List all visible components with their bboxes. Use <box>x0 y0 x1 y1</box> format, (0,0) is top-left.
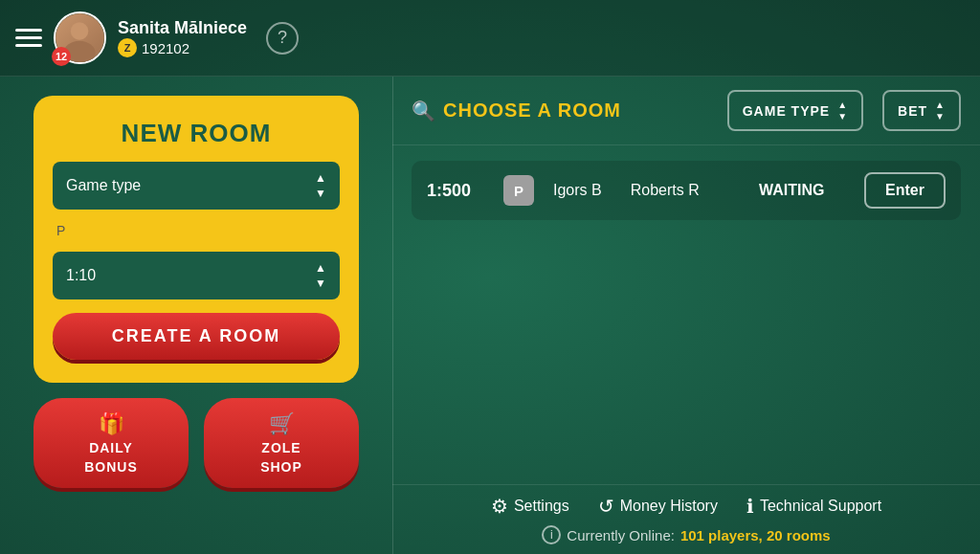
search-icon: 🔍 <box>412 100 435 122</box>
left-panel: NEW ROOM Game type ▲▼ P 1:10 ▲▼ CREATE A… <box>0 77 392 554</box>
search-section: 🔍 CHOOSE A ROOM <box>412 100 708 122</box>
room-type-badge: P <box>503 175 534 206</box>
avatar-container: 12 <box>54 11 106 64</box>
game-type-dropdown[interactable]: GAME TYPE ▲▼ <box>727 90 863 131</box>
menu-button[interactable] <box>15 29 42 47</box>
bet-label: 1:10 <box>66 267 96 284</box>
coin-count: 192102 <box>142 40 189 56</box>
help-button[interactable]: ? <box>266 22 299 55</box>
user-name: Sanita Mālniece <box>118 18 247 38</box>
bet-dropdown-arrows: ▲▼ <box>935 100 946 122</box>
tech-support-label: Technical Support <box>760 498 881 515</box>
game-type-dropdown-arrows: ▲▼ <box>837 100 848 122</box>
create-room-button[interactable]: CREATE A ROOM <box>53 313 340 360</box>
bet-dropdown[interactable]: BET ▲▼ <box>882 90 961 131</box>
online-count: 101 players, 20 rooms <box>680 527 831 543</box>
room-players: Igors B Roberts R <box>553 182 740 199</box>
level-badge: 12 <box>52 47 71 66</box>
room-status: WAITING <box>759 182 845 199</box>
user-info: Sanita Mālniece Z 192102 <box>118 18 247 57</box>
info-icon: i <box>542 525 561 544</box>
user-coins: Z 192102 <box>118 38 247 57</box>
footer: ⚙ Settings ↺ Money History ℹ Technical S… <box>392 484 980 554</box>
table-row: 1:500 P Igors B Roberts R WAITING Enter <box>412 161 961 220</box>
zole-shop-line2: SHOP <box>260 459 302 475</box>
header: 12 Sanita Mālniece Z 192102 ? <box>0 0 980 77</box>
tech-support-link[interactable]: ℹ Technical Support <box>746 495 881 518</box>
game-type-dropdown-label: GAME TYPE <box>743 103 830 119</box>
money-history-label: Money History <box>620 498 718 515</box>
money-history-icon: ↺ <box>598 495 614 518</box>
zole-shop-line1: ZOLE <box>261 440 301 455</box>
daily-bonus-line1: DAILY <box>89 440 133 455</box>
zole-shop-button[interactable]: 🛒 ZOLE SHOP <box>204 398 359 488</box>
settings-link[interactable]: ⚙ Settings <box>491 495 569 518</box>
new-room-title: NEW ROOM <box>122 119 272 148</box>
online-prefix: Currently Online: <box>567 527 675 543</box>
room-bet: 1:500 <box>427 181 484 201</box>
room-header: 🔍 CHOOSE A ROOM GAME TYPE ▲▼ BET ▲▼ <box>392 77 980 145</box>
player2-name: Roberts R <box>631 182 700 199</box>
settings-icon: ⚙ <box>491 495 508 518</box>
game-type-arrows: ▲▼ <box>315 171 326 200</box>
choose-room-text: CHOOSE A ROOM <box>443 100 621 122</box>
bet-arrows: ▲▼ <box>315 261 326 290</box>
tech-support-icon: ℹ <box>746 495 754 518</box>
footer-links: ⚙ Settings ↺ Money History ℹ Technical S… <box>491 495 881 518</box>
online-info: i Currently Online: 101 players, 20 room… <box>542 525 830 544</box>
bet-select[interactable]: 1:10 ▲▼ <box>53 252 340 299</box>
right-panel: 🔍 CHOOSE A ROOM GAME TYPE ▲▼ BET ▲▼ 1:50… <box>392 77 980 554</box>
daily-bonus-line2: BONUS <box>84 459 138 475</box>
p-label: P <box>56 223 65 238</box>
zole-shop-icon: 🛒 <box>269 411 295 436</box>
money-history-link[interactable]: ↺ Money History <box>598 495 718 518</box>
bet-dropdown-label: BET <box>898 103 927 119</box>
settings-label: Settings <box>514 498 569 515</box>
room-list: 1:500 P Igors B Roberts R WAITING Enter <box>392 145 980 484</box>
player1-name: Igors B <box>553 182 602 199</box>
enter-button[interactable]: Enter <box>864 172 946 209</box>
bottom-buttons: 🎁 DAILY BONUS 🛒 ZOLE SHOP <box>33 398 359 488</box>
game-type-label: Game type <box>66 177 141 194</box>
zole-coin-icon: Z <box>118 38 137 57</box>
new-room-card: NEW ROOM Game type ▲▼ P 1:10 ▲▼ CREATE A… <box>33 96 359 383</box>
game-type-select[interactable]: Game type ▲▼ <box>53 162 340 210</box>
svg-point-0 <box>71 22 89 40</box>
daily-bonus-icon: 🎁 <box>99 411 124 436</box>
daily-bonus-button[interactable]: 🎁 DAILY BONUS <box>33 398 189 488</box>
